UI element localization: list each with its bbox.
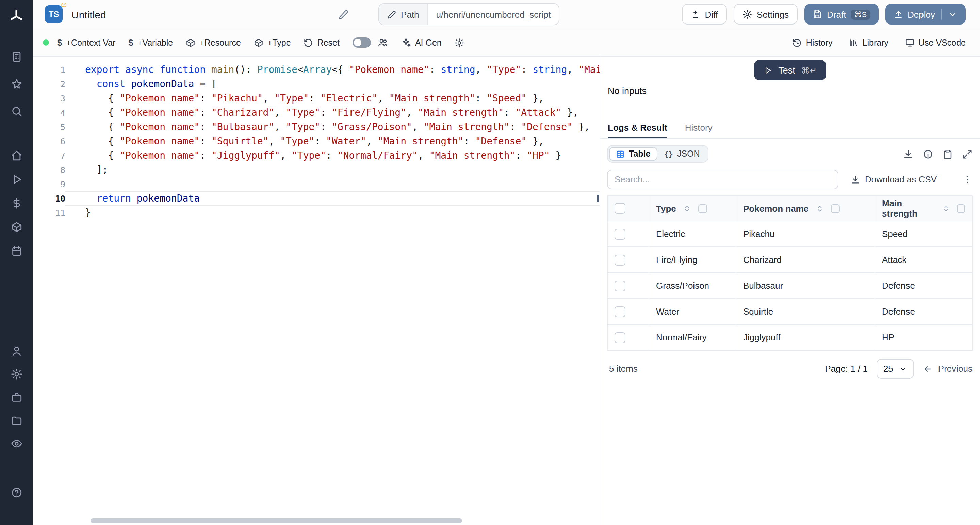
sidebar-item-search[interactable] bbox=[10, 105, 22, 117]
info-button[interactable] bbox=[923, 149, 933, 159]
column-checkbox[interactable] bbox=[831, 204, 840, 213]
download-result-button[interactable] bbox=[903, 149, 913, 159]
sidebar-item-resources[interactable] bbox=[10, 221, 22, 233]
row-checkbox[interactable] bbox=[614, 255, 625, 266]
add-type-button[interactable]: +Type bbox=[254, 38, 291, 47]
diff-button[interactable]: Diff bbox=[682, 4, 727, 24]
sidebar-item-home[interactable] bbox=[10, 149, 22, 161]
table-row[interactable]: Fire/FlyingCharizardAttack bbox=[608, 247, 972, 273]
test-button[interactable]: Test ⌘↵ bbox=[754, 60, 827, 80]
braces-icon: {} bbox=[664, 150, 673, 158]
copy-result-button[interactable] bbox=[943, 149, 953, 159]
result-table: Type Pokemon name Main strength Electri bbox=[607, 195, 972, 351]
line-number: 1 bbox=[33, 63, 65, 77]
sort-icon[interactable] bbox=[943, 204, 950, 213]
column-label: Main strength bbox=[882, 198, 935, 219]
row-checkbox[interactable] bbox=[614, 229, 625, 240]
code-line-10[interactable]: return pokemonData bbox=[85, 191, 600, 206]
code-line-6[interactable]: { "Pokemon name": "Squirtle", "Type": "W… bbox=[85, 134, 600, 148]
calculator-icon bbox=[11, 51, 22, 62]
sidebar-item-variables[interactable] bbox=[10, 197, 22, 209]
table-cell: Normal/Fairy bbox=[649, 324, 736, 350]
sort-icon[interactable] bbox=[816, 204, 824, 213]
code-line-7[interactable]: { "Pokemon name": "Jigglypuff", "Type": … bbox=[85, 148, 600, 163]
column-header-type[interactable]: Type bbox=[649, 196, 736, 221]
gear-icon bbox=[743, 10, 752, 19]
sidebar-item-schedules[interactable] bbox=[10, 244, 22, 257]
sidebar-item-users[interactable] bbox=[10, 345, 22, 357]
row-checkbox[interactable] bbox=[614, 306, 625, 317]
add-variable-button[interactable]: $+Variable bbox=[128, 37, 173, 48]
deploy-dropdown-toggle[interactable] bbox=[948, 10, 958, 19]
sidebar-item-runs[interactable] bbox=[10, 173, 22, 185]
line-number: 2 bbox=[33, 77, 65, 91]
column-checkbox[interactable] bbox=[957, 204, 965, 213]
row-checkbox[interactable] bbox=[614, 281, 625, 292]
library-button[interactable]: Library bbox=[849, 38, 888, 47]
search-input[interactable] bbox=[607, 169, 838, 189]
editor-settings-button[interactable] bbox=[455, 38, 464, 47]
draft-shortcut: ⌘S bbox=[851, 9, 870, 19]
line-number: 6 bbox=[33, 134, 65, 148]
path-editor[interactable]: Path u/henri/unencumbered_script bbox=[379, 3, 559, 25]
page-size-select[interactable]: 25 bbox=[877, 359, 914, 378]
code-line-5[interactable]: { "Pokemon name": "Bulbasaur", "Type": "… bbox=[85, 120, 600, 134]
add-resource-button[interactable]: +Resource bbox=[186, 38, 241, 47]
code-line-11[interactable]: } bbox=[85, 206, 600, 220]
code-line-4[interactable]: { "Pokemon name": "Charizard", "Type": "… bbox=[85, 105, 600, 120]
code-line-2[interactable]: const pokemonData = [ bbox=[85, 77, 600, 91]
view-table-label: Table bbox=[629, 149, 650, 159]
deploy-button[interactable]: Deploy bbox=[885, 4, 966, 24]
tab-logs-result[interactable]: Logs & Result bbox=[608, 118, 667, 138]
sidebar-item-settings[interactable] bbox=[10, 368, 22, 380]
settings-button[interactable]: Settings bbox=[733, 4, 798, 24]
table-row[interactable]: WaterSquirtleDefense bbox=[608, 298, 972, 324]
horizontal-scrollbar[interactable] bbox=[91, 518, 462, 523]
line-number: 5 bbox=[33, 120, 65, 134]
column-header-pokemon-name[interactable]: Pokemon name bbox=[736, 196, 875, 221]
code-line-1[interactable]: export async function main(): Promise<Ar… bbox=[85, 63, 600, 77]
code-editor[interactable]: 1234567891011 export async function main… bbox=[33, 56, 600, 525]
sidebar-item-folders[interactable] bbox=[10, 414, 22, 426]
table-row[interactable]: Grass/PoisonBulbasaurDefense bbox=[608, 273, 972, 298]
ai-gen-button[interactable]: AI Gen bbox=[401, 37, 442, 48]
column-header-main-strength[interactable]: Main strength bbox=[875, 196, 972, 221]
deploy-icon bbox=[893, 10, 903, 19]
code-line-3[interactable]: { "Pokemon name": "Pikachu", "Type": "El… bbox=[85, 91, 600, 105]
code-lines[interactable]: export async function main(): Promise<Ar… bbox=[65, 63, 600, 525]
library-icon bbox=[849, 38, 859, 47]
add-context-var-button[interactable]: $+Context Var bbox=[57, 37, 115, 48]
table-cell: Speed bbox=[875, 221, 972, 247]
view-toggle-table[interactable]: Table bbox=[609, 147, 657, 161]
previous-page-button[interactable]: Previous bbox=[923, 364, 972, 374]
draft-button[interactable]: Draft ⌘S bbox=[804, 4, 878, 24]
row-checkbox[interactable] bbox=[614, 332, 625, 343]
download-csv-button[interactable]: Download as CSV bbox=[851, 174, 937, 185]
more-options-button[interactable] bbox=[962, 174, 972, 185]
view-toggle-json[interactable]: {} JSON bbox=[657, 147, 706, 161]
multiplayer-toggle[interactable] bbox=[353, 37, 371, 48]
column-checkbox[interactable] bbox=[698, 204, 708, 213]
windmill-logo[interactable] bbox=[9, 9, 24, 24]
sidebar-item-help[interactable] bbox=[10, 486, 22, 498]
line-number: 8 bbox=[33, 163, 65, 177]
sidebar-item-audit-logs[interactable] bbox=[10, 437, 22, 449]
sidebar-item-favorites[interactable] bbox=[10, 78, 22, 90]
table-cell: Bulbasaur bbox=[736, 273, 875, 298]
use-vscode-button[interactable]: Use VScode bbox=[905, 38, 966, 47]
expand-result-button[interactable] bbox=[962, 149, 972, 159]
edit-summary-button[interactable] bbox=[338, 9, 348, 19]
app-window: TS ☺ Untitled Path u/henri/unencumbered_… bbox=[0, 0, 980, 525]
tab-history[interactable]: History bbox=[685, 118, 713, 138]
sidebar-item-calculator[interactable] bbox=[10, 50, 22, 63]
code-line-9[interactable] bbox=[85, 177, 600, 191]
multiplayer-users[interactable] bbox=[378, 37, 388, 48]
code-line-8[interactable]: ]; bbox=[85, 163, 600, 177]
sidebar-item-workers[interactable] bbox=[10, 391, 22, 403]
table-row[interactable]: ElectricPikachuSpeed bbox=[608, 221, 972, 247]
history-button[interactable]: History bbox=[792, 38, 833, 47]
select-all-checkbox[interactable] bbox=[614, 203, 625, 214]
reset-button[interactable]: Reset bbox=[304, 38, 340, 47]
table-row[interactable]: Normal/FairyJigglypuffHP bbox=[608, 324, 972, 350]
sort-icon[interactable] bbox=[684, 204, 691, 213]
